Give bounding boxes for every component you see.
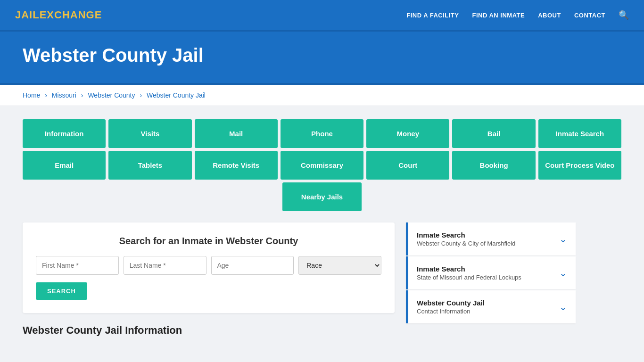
btn-information[interactable]: Information <box>23 119 106 148</box>
nav-find-inmate[interactable]: FIND AN INMATE <box>472 12 525 19</box>
search-race[interactable]: Race White Black Hispanic Asian Other <box>298 256 381 275</box>
btn-nearby-jails[interactable]: Nearby Jails <box>282 182 362 211</box>
logo-exchange: EXCHANGE <box>40 9 102 21</box>
hero-section: Webster County Jail <box>0 32 644 85</box>
info-section-title: Webster County Jail Information <box>23 324 395 337</box>
search-last-name[interactable] <box>124 256 206 275</box>
breadcrumb: Home › Missouri › Webster County › Webst… <box>0 85 644 106</box>
btn-booking[interactable]: Booking <box>452 151 535 180</box>
breadcrumb-jail[interactable]: Webster County Jail <box>147 91 206 99</box>
btn-money[interactable]: Money <box>366 119 449 148</box>
sidebar-item-1-subtitle: State of Missouri and Federal Lockups <box>417 274 521 281</box>
sidebar-item-0-title: Inmate Search <box>417 231 515 239</box>
lower-section: Search for an Inmate in Webster County R… <box>23 222 621 337</box>
page-title: Webster County Jail <box>23 45 621 66</box>
sidebar-item-0-text: Inmate Search Webster County & City of M… <box>417 231 515 247</box>
chevron-down-icon-2: ⌄ <box>559 301 567 313</box>
logo-jail: JAIL <box>15 9 40 21</box>
breadcrumb-sep-3: › <box>140 91 144 99</box>
main-area: Information Visits Mail Phone Money Bail… <box>0 106 644 350</box>
chevron-down-icon-1: ⌄ <box>559 267 567 279</box>
btn-commissary[interactable]: Commissary <box>281 151 363 180</box>
btn-phone[interactable]: Phone <box>281 119 363 148</box>
nav-about[interactable]: ABOUT <box>538 12 561 19</box>
sidebar-item-1-text: Inmate Search State of Missouri and Fede… <box>417 265 521 281</box>
breadcrumb-sep-1: › <box>45 91 49 99</box>
buttons-row3: Nearby Jails <box>23 182 621 211</box>
logo[interactable]: JAILEXCHANGE <box>15 9 102 21</box>
search-form-area: Search for an Inmate in Webster County R… <box>23 222 395 337</box>
sidebar-item-0[interactable]: Inmate Search Webster County & City of M… <box>406 222 576 255</box>
btn-visits[interactable]: Visits <box>108 119 191 148</box>
sidebar-item-2[interactable]: Webster County Jail Contact Information … <box>406 290 576 323</box>
breadcrumb-sep-2: › <box>81 91 85 99</box>
sidebar-item-2-subtitle: Contact Information <box>417 308 485 315</box>
btn-inmate-search[interactable]: Inmate Search <box>538 119 621 148</box>
search-form-title: Search for an Inmate in Webster County <box>36 236 381 247</box>
btn-remote-visits[interactable]: Remote Visits <box>195 151 278 180</box>
btn-court[interactable]: Court <box>366 151 449 180</box>
nav-search-button[interactable]: 🔍 <box>619 10 629 20</box>
search-button[interactable]: SEARCH <box>36 282 87 300</box>
sidebar-item-0-subtitle: Webster County & City of Marshfield <box>417 240 515 247</box>
btn-email[interactable]: Email <box>23 151 106 180</box>
info-section: Webster County Jail Information <box>23 324 395 337</box>
sidebar-item-1[interactable]: Inmate Search State of Missouri and Fede… <box>406 256 576 289</box>
nav-links: FIND A FACILITY FIND AN INMATE ABOUT CON… <box>406 10 629 20</box>
sidebar-item-1-title: Inmate Search <box>417 265 521 273</box>
search-first-name[interactable] <box>36 256 119 275</box>
sidebar: Inmate Search Webster County & City of M… <box>406 222 576 324</box>
nav-find-facility[interactable]: FIND A FACILITY <box>406 12 459 19</box>
btn-court-process-video[interactable]: Court Process Video <box>538 151 621 180</box>
breadcrumb-home[interactable]: Home <box>23 91 40 99</box>
chevron-down-icon-0: ⌄ <box>559 233 567 245</box>
buttons-row2: Email Tablets Remote Visits Commissary C… <box>23 151 621 180</box>
sidebar-item-2-text: Webster County Jail Contact Information <box>417 299 485 315</box>
buttons-row1: Information Visits Mail Phone Money Bail… <box>23 119 621 148</box>
breadcrumb-webster-county[interactable]: Webster County <box>88 91 135 99</box>
search-fields: Race White Black Hispanic Asian Other <box>36 256 381 275</box>
btn-mail[interactable]: Mail <box>195 119 278 148</box>
navigation: JAILEXCHANGE FIND A FACILITY FIND AN INM… <box>0 0 644 30</box>
search-age[interactable] <box>211 256 294 275</box>
breadcrumb-missouri[interactable]: Missouri <box>52 91 76 99</box>
sidebar-item-2-title: Webster County Jail <box>417 299 485 307</box>
btn-tablets[interactable]: Tablets <box>108 151 191 180</box>
nav-contact[interactable]: CONTACT <box>574 12 605 19</box>
btn-bail[interactable]: Bail <box>452 119 535 148</box>
search-form-card: Search for an Inmate in Webster County R… <box>23 222 395 313</box>
